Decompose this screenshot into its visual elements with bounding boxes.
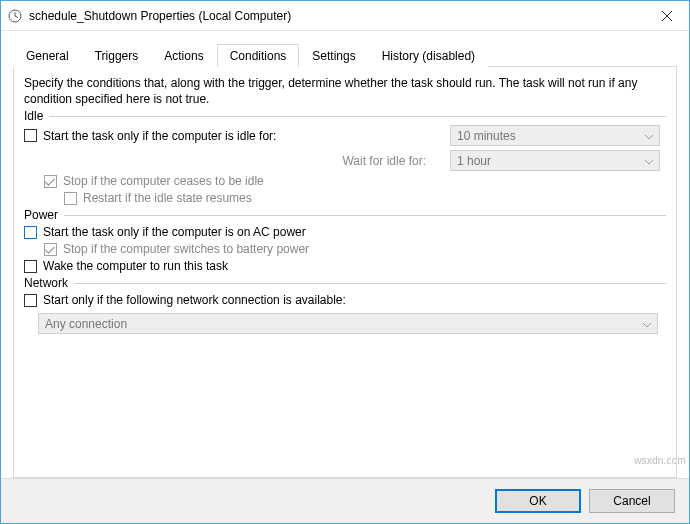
checkbox-start-if-connection[interactable] (24, 294, 37, 307)
select-network-connection: Any connection (38, 313, 658, 334)
power-group-label: Power (24, 208, 666, 222)
titlebar: schedule_Shutdown Properties (Local Comp… (1, 1, 689, 31)
chevron-down-icon (643, 317, 651, 331)
idle-duration-value: 10 minutes (457, 129, 516, 143)
checkbox-wake-to-run[interactable] (24, 260, 37, 273)
divider (74, 283, 666, 284)
label-stop-on-battery: Stop if the computer switches to battery… (63, 242, 309, 256)
window-title: schedule_Shutdown Properties (Local Comp… (29, 9, 644, 23)
tab-conditions[interactable]: Conditions (217, 44, 300, 67)
tab-history[interactable]: History (disabled) (369, 44, 488, 67)
cancel-button[interactable]: Cancel (589, 489, 675, 513)
tab-general[interactable]: General (13, 44, 82, 67)
tab-strip: General Triggers Actions Conditions Sett… (13, 43, 677, 66)
dialog-content: General Triggers Actions Conditions Sett… (1, 31, 689, 478)
idle-group-label: Idle (24, 109, 666, 123)
checkbox-start-on-ac[interactable] (24, 226, 37, 239)
label-restart-if-idle-resumes: Restart if the idle state resumes (83, 191, 252, 205)
wait-for-idle-value: 1 hour (457, 154, 491, 168)
chevron-down-icon (645, 129, 653, 143)
select-wait-for-idle: 1 hour (450, 150, 660, 171)
divider (64, 215, 666, 216)
close-icon (662, 11, 672, 21)
properties-dialog: schedule_Shutdown Properties (Local Comp… (0, 0, 690, 524)
clock-icon (7, 8, 23, 24)
label-start-on-ac: Start the task only if the computer is o… (43, 225, 306, 239)
network-heading: Network (24, 276, 68, 290)
power-heading: Power (24, 208, 58, 222)
network-group-label: Network (24, 276, 666, 290)
conditions-description: Specify the conditions that, along with … (24, 75, 666, 107)
label-start-if-connection: Start only if the following network conn… (43, 293, 346, 307)
tab-settings[interactable]: Settings (299, 44, 368, 67)
select-idle-duration: 10 minutes (450, 125, 660, 146)
ok-button[interactable]: OK (495, 489, 581, 513)
divider (49, 116, 666, 117)
checkbox-stop-on-battery (44, 243, 57, 256)
network-connection-value: Any connection (45, 317, 127, 331)
checkbox-restart-if-idle-resumes (64, 192, 77, 205)
svg-line-2 (15, 16, 18, 18)
close-button[interactable] (644, 1, 689, 30)
tab-actions[interactable]: Actions (151, 44, 216, 67)
label-wake-to-run: Wake the computer to run this task (43, 259, 228, 273)
tab-triggers[interactable]: Triggers (82, 44, 152, 67)
label-stop-if-ceases-idle: Stop if the computer ceases to be idle (63, 174, 264, 188)
checkbox-start-if-idle[interactable] (24, 129, 37, 142)
label-start-if-idle: Start the task only if the computer is i… (43, 129, 276, 143)
checkbox-stop-if-ceases-idle (44, 175, 57, 188)
label-wait-for-idle: Wait for idle for: (342, 154, 426, 168)
conditions-panel: Specify the conditions that, along with … (13, 66, 677, 478)
idle-heading: Idle (24, 109, 43, 123)
chevron-down-icon (645, 154, 653, 168)
dialog-button-bar: OK Cancel (1, 478, 689, 523)
